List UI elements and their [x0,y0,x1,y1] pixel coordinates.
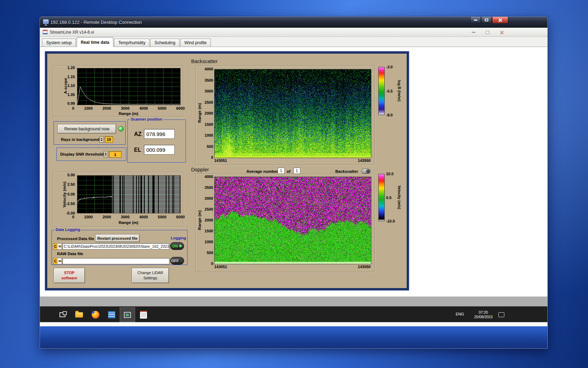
maximize-icon [485,19,488,21]
app-titlebar[interactable]: StreamLine XR v14-6.vi [40,28,547,37]
stop-software-button[interactable]: STOP software [54,268,85,283]
rdp-window: 192.168.0.122 - Remote Desktop Connectio… [40,16,548,349]
spin-down-icon [100,140,103,141]
doppler-plot-group: 40003500300025002000150010005000 Range (… [196,174,375,272]
backscatter-plot-group: 40003500300025002000150010005000 Range (… [196,66,375,165]
tick-label: 3500 [205,79,213,82]
background-group: Renew background now Rays in background … [54,121,126,145]
terminal-app-button[interactable] [107,311,116,319]
stop-line1: STOP [64,270,75,275]
app-window-controls [469,29,506,35]
on-label: ON [172,244,178,248]
tick-label: 1000 [205,240,213,244]
spin-down-icon [105,155,107,156]
remote-desktop-screen: StreamLine XR v14-6.vi System setupReal … [40,28,547,326]
scan-scheduler-button[interactable] [139,311,148,319]
elevation-field[interactable]: 000.099 [144,145,175,155]
language-indicator[interactable]: ENG [456,312,464,316]
processed-logging-toggle-on[interactable]: ON [170,242,184,250]
tab-system-setup[interactable]: System setup [42,39,76,47]
tick-label: 2000 [103,107,111,110]
minimize-icon [472,32,475,33]
tab-real-time-data[interactable]: Real time data [77,37,113,47]
tick-label: 1.10 [68,84,75,87]
tick-label: 0.00 [68,192,75,196]
tick-label: 5000 [158,107,166,110]
rdp-titlebar[interactable]: 192.168.0.122 - Remote Desktop Connectio… [40,17,547,28]
rdp-horizontal-scrollbar[interactable] [40,322,547,326]
ascope-x-axis-ticks: 0100020003000400050006000 [72,107,185,110]
rdp-window-title: 192.168.0.122 - Remote Desktop Connectio… [50,20,142,25]
snr-value-field[interactable]: 1 [109,151,121,158]
tab-scheduling[interactable]: Scheduling [150,39,179,47]
spin-up-icon [100,138,103,139]
action-center-icon[interactable] [498,312,504,317]
data-logging-group: Data Logging Processed Data file Restart… [51,230,188,265]
tick-label: -5.5 [386,89,393,93]
renew-background-button[interactable]: Renew background now [57,124,116,134]
change-line1: Change LiDAR [138,270,163,275]
processed-path-field[interactable]: C:\LiDAR\Data\Proc\2023\202308\20230820\… [62,243,169,250]
folder-icon [75,312,83,318]
restart-processed-file-button[interactable]: Restart processed file [95,234,140,242]
streamline-taskbar-button[interactable] [123,311,132,319]
average-number-label: Average number [246,169,278,173]
tick-label: 2000 [205,218,213,222]
change-line2: Settings [144,275,158,281]
backscatter-toggle-label: Backscatter [335,169,358,173]
change-lidar-settings-button[interactable]: Change LiDAR Settings [132,268,169,283]
raw-logging-toggle-off[interactable]: OFF [170,257,184,265]
backscatter-toggle-switch[interactable] [362,169,371,174]
velocity-plot [77,175,181,213]
file-explorer-button[interactable] [75,311,83,319]
processed-data-file-label: Processed Data file [57,237,94,241]
tick-label: 1000 [84,215,92,219]
tick-label: -2.50 [66,202,75,205]
snr-threshold-label: Display SNR threshold [60,152,104,156]
off-label: OFF [171,259,179,263]
rdp-window-controls [470,17,508,23]
processed-path-drive-button[interactable]: C [53,243,62,250]
front-panel-frame: 1.201.151.101.050.99 0100020003000400050… [45,51,409,291]
average-number-field[interactable]: 1 [278,168,285,174]
app-minimize-button[interactable] [469,29,478,35]
tick-label: 0 [72,215,74,219]
raw-path-drive-button[interactable]: C [53,258,62,264]
average-total-field[interactable]: 1 [293,168,300,174]
rdp-maximize-button[interactable] [481,17,492,23]
rays-spinner[interactable] [99,136,104,143]
ascope-x-axis-label: Range (m) [77,111,180,116]
tick-label: 1500 [205,229,213,233]
clock-date: 20/08/2023 [471,315,496,319]
azimuth-field[interactable]: 078.996 [144,129,175,139]
rdp-close-button[interactable] [492,17,508,23]
clock[interactable]: 07:20 20/08/2023 [471,310,496,319]
tick-label: 3000 [205,89,213,93]
app-window-title: StreamLine XR v14-6.vi [50,30,94,35]
tab-temp-humidity[interactable]: Temp/humidity [114,39,149,47]
app-window-icon [124,312,131,318]
backscatter-colorbar-ticks: -3.0-5.5-8.0 [386,65,398,117]
app-restore-button[interactable] [483,29,492,35]
drive-letter: C [53,258,58,264]
backscatter-x-start: 143051 [214,159,227,162]
rays-value-field[interactable]: 10 [105,136,113,143]
task-view-button[interactable] [58,311,66,319]
close-icon [498,18,502,22]
list-app-icon [108,311,115,318]
rdp-minimize-button[interactable] [470,17,481,23]
tick-label: 10.0 [386,172,393,176]
app-content: 1.201.151.101.050.99 0100020003000400050… [40,47,547,297]
tick-label: -8.0 [386,113,393,117]
app-close-button[interactable] [497,29,506,35]
firefox-button[interactable] [91,311,100,319]
tick-label: -5.00 [66,211,75,215]
folder-icon [58,244,62,249]
tick-label: 1000 [205,134,213,137]
ascope-plot [77,68,181,105]
doppler-heatmap [214,177,371,264]
raw-path-field[interactable] [62,258,169,264]
folder-icon [58,258,62,264]
tab-wind-profile[interactable]: Wind profile [180,39,211,47]
snr-spinner[interactable] [104,151,108,157]
